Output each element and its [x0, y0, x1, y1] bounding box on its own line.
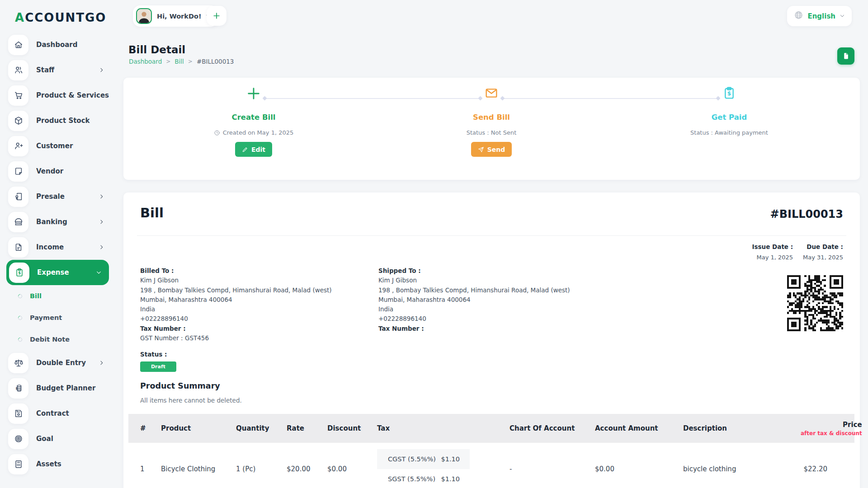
sidebar-item-banking[interactable]: Banking	[0, 209, 115, 235]
step-send-bill: Send Bill Status : Not Sent Send	[419, 78, 564, 157]
language-label: English	[807, 12, 835, 20]
bill-number: #BILL00013	[770, 208, 843, 221]
sidebar-item-product-stock[interactable]: Product Stock	[0, 108, 115, 133]
mail-icon	[419, 78, 564, 106]
home-icon	[8, 35, 28, 55]
chevron-right-icon	[99, 67, 104, 73]
cell-tax: CGST (5.5%%) $1.10 SGST (5.5%%) $1.10	[377, 449, 470, 488]
sidebar-item-presale[interactable]: Presale	[0, 184, 115, 209]
cell-account-amount: $0.00	[595, 465, 683, 473]
bill-progress-card: Create Bill Created on May 1, 2025 Edit …	[123, 78, 860, 180]
step-title: Create Bill	[181, 113, 326, 122]
sidebar-item-label: Double Entry	[36, 359, 86, 367]
col-header-tax: Tax	[377, 424, 509, 432]
qr-code	[787, 275, 843, 331]
cell-num: 1	[140, 465, 161, 473]
sidebar-item-income[interactable]: Income	[0, 235, 115, 260]
breadcrumb-separator: >	[188, 58, 193, 65]
col-header-discount: Discount	[327, 424, 377, 432]
billed-to-name: Kim J Gibson	[140, 276, 378, 285]
table-row: 1 Bicycle Clothing 1 (Pc) $20.00 $0.00 C…	[128, 443, 854, 488]
plus-icon	[212, 11, 221, 20]
breadcrumb: Dashboard > Bill > #BILL00013	[129, 58, 234, 65]
circle-dot-icon	[17, 337, 23, 343]
sidebar-item-label: Staff	[36, 66, 54, 74]
chevron-down-icon	[96, 270, 102, 276]
breadcrumb-dashboard[interactable]: Dashboard	[129, 58, 162, 65]
send-bill-label: Send	[487, 146, 505, 153]
sidebar-item-budget-planner[interactable]: $ Budget Planner	[0, 375, 115, 401]
breadcrumb-bill[interactable]: Bill	[175, 58, 184, 65]
cell-price: $22.20	[801, 465, 827, 473]
col-header-product: Product	[161, 424, 236, 432]
sidebar: ACCOUNTGO Dashboard Staff Product & Serv…	[0, 0, 115, 488]
col-header-chart: Chart Of Account	[509, 424, 595, 432]
billed-to-block: Billed To : Kim J Gibson 198 , Bombay Ta…	[140, 266, 378, 343]
sidebar-item-label: Product & Services	[36, 91, 109, 99]
edit-bill-button[interactable]: Edit	[235, 142, 272, 157]
price-header-note: after tax & discount	[801, 430, 862, 436]
billed-to-tax-value: GST Number : GST456	[140, 333, 378, 343]
shipped-to-address1: 198 , Bombay Talkies Compd, Himanshurai …	[378, 286, 617, 295]
circle-dot-icon	[17, 315, 23, 321]
sidebar-item-expense[interactable]: $ Expense	[6, 260, 109, 285]
sidebar-item-payment[interactable]: Payment	[0, 307, 115, 328]
sidebar-item-product-services[interactable]: Product & Services	[0, 83, 115, 108]
product-table: # Product Quantity Rate Discount Tax Cha…	[128, 414, 854, 488]
sidebar-subitem-label: Debit Note	[30, 336, 70, 343]
chevron-right-icon	[99, 219, 104, 225]
chevron-right-icon	[99, 194, 104, 200]
issue-date-label: Issue Date :	[752, 243, 793, 250]
sidebar-subitem-label: Payment	[30, 314, 62, 321]
step-status: Status : Awaiting payment	[657, 129, 802, 136]
due-date-block: Due Date : May 31, 2025	[803, 243, 843, 261]
sidebar-item-goal[interactable]: Goal	[0, 426, 115, 451]
tax-name: SGST (5.5%%)	[388, 475, 435, 483]
tax-line: CGST (5.5%%) $1.10	[377, 449, 470, 469]
coins-icon: $	[8, 378, 28, 399]
add-button[interactable]	[207, 6, 226, 26]
sidebar-item-dashboard[interactable]: Dashboard	[0, 32, 115, 57]
sidebar-item-label: Product Stock	[36, 117, 90, 125]
clipboard-dollar-icon: $	[657, 78, 802, 106]
divider	[137, 235, 846, 236]
user-menu[interactable]: Hi, WorkDo!	[133, 5, 218, 27]
pencil-icon	[242, 146, 248, 153]
file-export-button[interactable]	[837, 47, 854, 65]
sidebar-item-bill[interactable]: Bill	[0, 285, 115, 307]
file-icon	[842, 52, 850, 60]
bank-icon	[8, 212, 28, 232]
sidebar-item-double-entry[interactable]: Double Entry	[0, 350, 115, 375]
shipped-to-tax-label: Tax Number :	[378, 324, 617, 333]
svg-text:$: $	[15, 386, 18, 390]
svg-text:$: $	[727, 90, 731, 97]
sidebar-item-debit-note[interactable]: Debit Note	[0, 328, 115, 350]
chevron-right-icon	[99, 360, 104, 366]
sidebar-item-label: Customer	[36, 142, 73, 150]
sidebar-item-label: Assets	[36, 460, 61, 468]
sidebar-item-label: Presale	[36, 192, 65, 201]
shipped-to-phone: +02228896140	[378, 314, 617, 324]
step-status-text: Status : Not Sent	[467, 129, 517, 136]
send-bill-button[interactable]: Send	[471, 142, 512, 157]
sidebar-item-label: Goal	[36, 435, 53, 443]
sidebar-item-staff[interactable]: Staff	[0, 57, 115, 83]
language-selector[interactable]: English	[787, 6, 852, 26]
send-icon	[478, 146, 484, 153]
billed-to-address2: Mumbai, Maharashtra 400064	[140, 295, 378, 305]
cell-discount: $0.00	[327, 465, 377, 473]
sidebar-item-contract[interactable]: Contract	[0, 401, 115, 426]
billed-to-address1: 198 , Bombay Talkies Compd, Himanshurai …	[140, 286, 378, 295]
target-icon	[8, 429, 28, 449]
sidebar-item-customer[interactable]: Customer	[0, 133, 115, 159]
tax-amount: $1.10	[441, 475, 460, 483]
billed-to-tax-label: Tax Number :	[140, 324, 378, 333]
product-summary-title: Product Summary	[140, 381, 220, 390]
step-status-text: Created on May 1, 2025	[223, 129, 294, 136]
bill-dates: Issue Date : May 1, 2025 Due Date : May …	[752, 243, 844, 261]
sidebar-item-assets[interactable]: Assets	[0, 451, 115, 477]
sidebar-item-vendor[interactable]: Vendor	[0, 159, 115, 184]
page-title: Bill Detail	[128, 44, 185, 56]
brand-logo-rest: CCOUNTGO	[25, 11, 106, 24]
avatar	[136, 8, 152, 24]
